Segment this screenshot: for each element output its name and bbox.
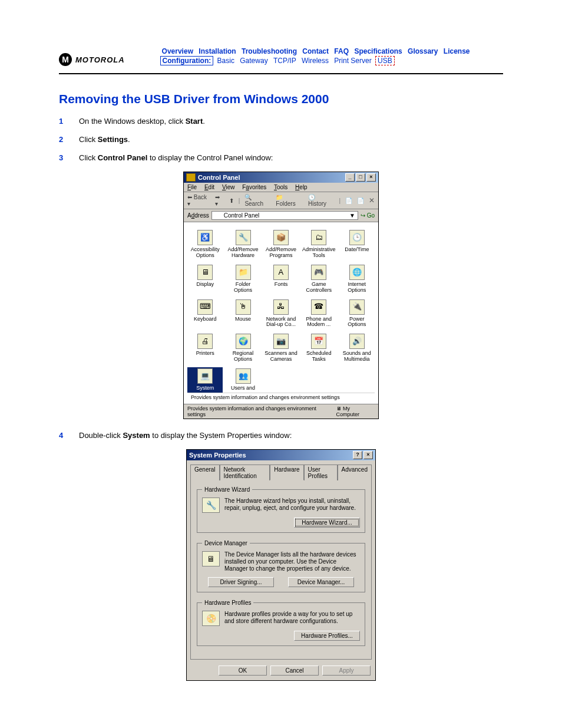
cp-item-icon: 🎮 xyxy=(311,265,326,280)
tab-network-id[interactable]: Network Identification xyxy=(220,465,270,480)
nav-top: Overview Installation Troubleshooting Co… xyxy=(160,47,503,55)
system-properties-window: System Properties ? × General Network Id… xyxy=(186,449,376,681)
cp-item-icon: 🔌 xyxy=(349,299,365,315)
up-button[interactable]: ⬆ xyxy=(229,197,234,204)
cp-item-icon: 🔧 xyxy=(236,230,251,245)
nav-troubleshooting[interactable]: Troubleshooting xyxy=(240,47,299,56)
close-button[interactable]: × xyxy=(363,451,373,459)
cp-item-label: Phone and Modem ... xyxy=(302,317,336,328)
nav-license[interactable]: License xyxy=(442,47,472,56)
cp-item-icon: 📦 xyxy=(273,230,289,245)
history-button[interactable]: 🕓 History xyxy=(308,194,334,207)
menu-edit[interactable]: Edit xyxy=(204,184,214,190)
control-panel-item[interactable]: 🖧Network and Dial-up Co... xyxy=(263,298,299,330)
ok-button[interactable]: OK xyxy=(219,666,267,676)
device-manager-group: Device Manager 🖥 The Device Manager list… xyxy=(197,540,365,592)
search-button[interactable]: 🔍 Search xyxy=(244,194,271,207)
tab-strip: General Network Identification Hardware … xyxy=(187,460,375,480)
window-title: Control Panel xyxy=(198,174,240,181)
control-panel-item[interactable]: 💻System xyxy=(187,367,223,393)
close-button[interactable]: × xyxy=(366,173,376,182)
nav-gateway[interactable]: Gateway xyxy=(238,56,269,65)
tab-advanced[interactable]: Advanced xyxy=(338,465,372,480)
control-panel-item[interactable]: AFonts xyxy=(263,263,299,295)
menu-file[interactable]: File xyxy=(187,184,197,190)
control-panel-item[interactable]: 🗂Administrative Tools xyxy=(301,229,337,260)
nav-tcpip[interactable]: TCP/IP xyxy=(272,56,298,65)
control-panel-item[interactable]: 🔌Power Options xyxy=(339,298,375,330)
cp-item-label: Date/Time xyxy=(340,247,373,253)
device-manager-button[interactable]: Device Manager... xyxy=(288,577,354,587)
nav-overview[interactable]: Overview xyxy=(160,47,195,56)
apply-button[interactable]: Apply xyxy=(322,666,371,676)
control-panel-item[interactable]: 🖥Display xyxy=(187,263,223,295)
menu-help[interactable]: Help xyxy=(295,184,308,190)
control-panel-item[interactable]: 🕒Date/Time xyxy=(339,229,375,260)
control-panel-item[interactable]: 🎮Game Controllers xyxy=(301,263,337,295)
toolbar: ⬅ Back ▾ ➡ ▾ ⬆ | 🔍 Search 📁 Folders 🕓 Hi… xyxy=(184,192,378,209)
menu-tools[interactable]: Tools xyxy=(274,184,287,190)
device-manager-icon: 🖥 xyxy=(202,551,220,566)
cp-item-icon: 🖱 xyxy=(236,299,251,315)
move-to-icon[interactable]: 📄 xyxy=(345,197,352,204)
cp-item-label: Display xyxy=(189,282,222,288)
address-input[interactable]: Control Panel ▼ xyxy=(211,211,358,220)
menu-favorites[interactable]: Favorites xyxy=(242,184,266,190)
control-panel-item[interactable]: ⌨Keyboard xyxy=(187,298,223,330)
tab-hardware[interactable]: Hardware xyxy=(270,465,303,480)
control-panel-item[interactable]: 🔊Sounds and Multimedia xyxy=(339,332,375,364)
hardware-wizard-icon: 🔧 xyxy=(202,498,220,513)
tab-general[interactable]: General xyxy=(190,465,220,480)
control-panel-item[interactable]: 🖨Printers xyxy=(187,332,223,364)
menubar: File Edit View Favorites Tools Help xyxy=(184,183,378,192)
help-button[interactable]: ? xyxy=(353,451,362,459)
nav-basic[interactable]: Basic xyxy=(216,56,236,65)
maximize-button[interactable]: □ xyxy=(356,173,365,182)
control-panel-item[interactable]: 🌍Regional Options xyxy=(225,332,260,364)
status-right: 🖥 My Computer xyxy=(336,406,375,417)
control-panel-item[interactable]: 🖱Mouse xyxy=(225,298,260,330)
back-button[interactable]: ⬅ Back ▾ xyxy=(187,194,210,207)
cp-item-icon: ☎ xyxy=(311,299,326,315)
logo-mark-icon: M xyxy=(59,53,72,66)
nav-glossary[interactable]: Glossary xyxy=(406,47,439,56)
step-num: 1 xyxy=(59,117,67,126)
copy-to-icon[interactable]: 📄 xyxy=(357,197,364,204)
tab-user-profiles[interactable]: User Profiles xyxy=(304,465,338,480)
minimize-button[interactable]: _ xyxy=(345,173,355,182)
cancel-button[interactable]: Cancel xyxy=(270,666,319,676)
control-panel-item[interactable]: 📦Add/Remove Programs xyxy=(263,229,299,260)
control-panel-item[interactable]: 🔧Add/Remove Hardware xyxy=(225,229,260,260)
cp-item-icon: 📅 xyxy=(311,334,326,349)
status-bar: Provides system information and changes … xyxy=(184,404,378,419)
go-button[interactable]: ↪ Go xyxy=(361,212,375,219)
control-panel-item[interactable]: ♿Accessibility Options xyxy=(187,229,223,260)
delete-icon[interactable]: ✕ xyxy=(369,196,375,205)
nav-installation[interactable]: Installation xyxy=(197,47,237,56)
window-title: System Properties xyxy=(189,452,246,459)
cp-item-icon: 🕒 xyxy=(349,230,365,245)
address-icon xyxy=(214,213,222,219)
nav-printserver[interactable]: Print Server xyxy=(332,56,373,65)
control-panel-item[interactable]: 👥Users and xyxy=(225,367,260,393)
control-panel-item[interactable]: 📅Scheduled Tasks xyxy=(301,332,337,364)
control-panel-item[interactable]: 📁Folder Options xyxy=(225,263,260,295)
group-legend: Hardware Profiles xyxy=(202,599,253,606)
nav-contact[interactable]: Contact xyxy=(300,47,330,56)
folders-button[interactable]: 📁 Folders xyxy=(276,194,303,207)
control-panel-item[interactable]: 🌐Internet Options xyxy=(339,263,375,295)
control-panel-item[interactable]: ☎Phone and Modem ... xyxy=(301,298,337,330)
control-panel-item[interactable]: 📷Scanners and Cameras xyxy=(263,332,299,364)
hardware-wizard-button[interactable]: Hardware Wizard... xyxy=(294,518,360,528)
cp-item-label: Users and xyxy=(226,386,259,391)
driver-signing-button[interactable]: Driver Signing... xyxy=(208,577,274,587)
forward-button[interactable]: ➡ ▾ xyxy=(215,194,224,207)
menu-view[interactable]: View xyxy=(222,184,235,190)
address-bar: Address Control Panel ▼ ↪ Go xyxy=(184,209,378,222)
hardware-profiles-button[interactable]: Hardware Profiles... xyxy=(294,631,360,641)
hardware-profiles-group: Hardware Profiles 📀 Hardware profiles pr… xyxy=(197,599,365,646)
nav-specifications[interactable]: Specifications xyxy=(352,47,404,56)
nav-usb[interactable]: USB xyxy=(375,56,395,65)
nav-wireless[interactable]: Wireless xyxy=(300,56,330,65)
nav-faq[interactable]: FAQ xyxy=(332,47,351,56)
